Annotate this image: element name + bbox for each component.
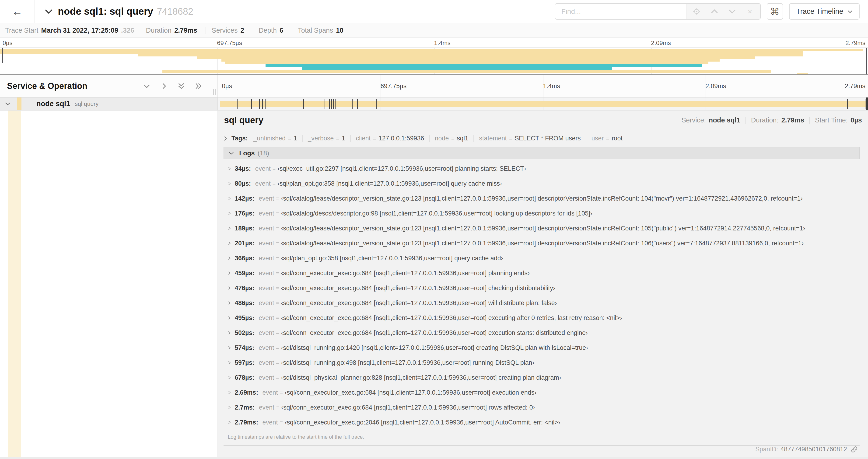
log-entry-row[interactable]: 176µs: event = ‹sql/catalog/descs/descri… <box>223 206 860 221</box>
log-equals: = <box>276 315 279 321</box>
log-field-key: event <box>255 165 271 172</box>
expand-all-double-icon[interactable] <box>195 82 203 90</box>
horizontal-scrollbar[interactable] <box>0 457 868 459</box>
log-entry-row[interactable]: 34µs: event = ‹sql/exec_util.go:2297 [ns… <box>223 161 860 176</box>
collapse-all-double-icon[interactable] <box>177 82 185 90</box>
locate-icon[interactable] <box>692 7 701 15</box>
log-entry-row[interactable]: 459µs: event = ‹sql/conn_executor_exec.g… <box>223 266 860 281</box>
log-entry-row[interactable]: 201µs: event = ‹sql/catalog/lease/descri… <box>223 236 860 251</box>
summary-separator <box>206 27 206 34</box>
collapse-all-icon[interactable] <box>143 82 151 90</box>
log-expand-chevron-icon[interactable] <box>228 300 231 305</box>
log-expand-chevron-icon[interactable] <box>228 196 231 201</box>
log-expand-chevron-icon[interactable] <box>228 256 231 261</box>
span-log-tick <box>847 99 848 109</box>
summary-item: Duration 2.79ms <box>146 27 200 34</box>
span-row-bar-cell[interactable] <box>218 97 868 110</box>
minimap-axis-tick: 2.79ms <box>846 39 865 47</box>
log-entry-row[interactable]: 189µs: event = ‹sql/catalog/lease/descri… <box>223 221 860 236</box>
log-expand-chevron-icon[interactable] <box>228 211 231 216</box>
log-expand-chevron-icon[interactable] <box>228 315 231 321</box>
collapse-trace-chevron-icon[interactable] <box>45 9 53 14</box>
expand-collapse-controls <box>143 82 203 90</box>
log-entry-row[interactable]: 597µs: event = ‹sql/distsql_running.go:4… <box>223 355 860 370</box>
log-expand-chevron-icon[interactable] <box>228 420 231 425</box>
vertical-scrollbar-thumb[interactable] <box>866 97 868 110</box>
tag-key: _verbose <box>308 135 334 142</box>
log-field-value: ‹sql/conn_executor_exec.go:684 [nsql1,cl… <box>281 270 530 277</box>
find-input[interactable] <box>555 4 686 19</box>
log-field-value: ‹sql/conn_executor_exec.go:684 [nsql1,cl… <box>281 404 535 411</box>
log-entry-row[interactable]: 486µs: event = ‹sql/conn_executor_exec.g… <box>223 296 860 310</box>
log-equals: = <box>273 181 276 187</box>
tag-value: 1 <box>293 135 297 142</box>
column-resize-handle[interactable] <box>213 89 216 95</box>
minimap-canvas[interactable] <box>0 47 868 75</box>
log-expand-chevron-icon[interactable] <box>228 226 231 231</box>
prev-match-icon[interactable] <box>710 7 719 15</box>
detail-duration-label: Duration: <box>751 117 779 124</box>
log-entry-row[interactable]: 2.7ms: event = ‹sql/conn_executor_exec.g… <box>223 400 860 415</box>
log-entry-row[interactable]: 574µs: event = ‹sql/distsql_running.go:1… <box>223 340 860 355</box>
back-button[interactable]: ← <box>0 0 35 23</box>
log-entry-row[interactable]: 80µs: event = ‹sql/plan_opt.go:358 [nsql… <box>223 176 860 191</box>
log-timestamp: 597µs: <box>235 359 254 366</box>
tags-row[interactable]: Tags: _unfinished = 1 _verbose = <box>218 130 868 146</box>
span-duration-bar[interactable] <box>220 101 867 107</box>
log-expand-chevron-icon[interactable] <box>228 375 231 380</box>
log-expand-chevron-icon[interactable] <box>228 270 231 276</box>
timeline-axis-tick: 1.4ms <box>543 83 560 90</box>
log-entry-row[interactable]: 366µs: event = ‹sql/plan_opt.go:358 [nsq… <box>223 251 860 266</box>
log-expand-chevron-icon[interactable] <box>228 330 231 335</box>
trace-view-selector[interactable]: Trace Timeline <box>789 3 860 20</box>
log-entry-row[interactable]: 495µs: event = ‹sql/conn_executor_exec.g… <box>223 310 860 325</box>
span-row-node-sql1[interactable]: node sql1 sql query <box>0 97 868 110</box>
log-expand-chevron-icon[interactable] <box>228 241 231 246</box>
log-field-key: event <box>259 195 274 202</box>
expand-one-icon[interactable] <box>160 82 168 90</box>
trace-timeline-page: ← node sql1: sql query 7418682 <box>0 0 868 459</box>
next-match-icon[interactable] <box>728 7 736 15</box>
log-expand-chevron-icon[interactable] <box>228 286 231 291</box>
span-id-label: SpanID: <box>755 446 778 453</box>
clear-find-icon[interactable]: × <box>746 7 754 15</box>
log-expand-chevron-icon[interactable] <box>228 360 231 365</box>
log-entry-row[interactable]: 2.69ms: event = ‹sql/conn_executor_exec.… <box>223 385 860 400</box>
minimap-scrubber-left-handle[interactable] <box>2 48 3 63</box>
span-tree-column <box>0 110 218 459</box>
span-log-tick <box>259 99 260 109</box>
minimap-span-bar <box>302 67 612 70</box>
span-detail-meta: Service: node sql1 Duration: 2.79ms Star… <box>682 117 862 124</box>
logs-header[interactable]: Logs (18) <box>223 147 860 159</box>
minimap-scrubber-right-handle[interactable] <box>866 48 867 74</box>
log-field-key: event <box>255 180 271 187</box>
deep-link-icon[interactable] <box>851 446 858 453</box>
log-expand-chevron-icon[interactable] <box>228 181 231 186</box>
log-entry-row[interactable]: 2.79ms: event = ‹sql/conn_executor_exec.… <box>223 415 860 430</box>
log-expand-chevron-icon[interactable] <box>228 390 231 395</box>
log-expand-chevron-icon[interactable] <box>228 166 231 171</box>
log-expand-chevron-icon[interactable] <box>228 345 231 350</box>
log-entry-row[interactable]: 502µs: event = ‹sql/conn_executor_exec.g… <box>223 325 860 340</box>
keyboard-shortcuts-button[interactable]: ⌘ <box>767 3 783 20</box>
log-field-key: event <box>259 240 274 247</box>
log-field-key: event <box>262 419 278 426</box>
log-equals: = <box>280 390 283 396</box>
span-collapse-chevron-icon[interactable] <box>5 102 11 106</box>
tag-item: node = sql1 <box>435 135 468 142</box>
log-entry-row[interactable]: 476µs: event = ‹sql/conn_executor_exec.g… <box>223 281 860 296</box>
log-timestamp: 574µs: <box>235 344 254 352</box>
logs-collapse-chevron-icon[interactable] <box>228 151 234 155</box>
log-entry-row[interactable]: 678µs: event = ‹sql/distsql_physical_pla… <box>223 370 860 385</box>
summary-item: Total Spans 10 <box>298 27 346 34</box>
service-operation-header: Service & Operation <box>0 75 218 97</box>
log-entry-row[interactable]: 142µs: event = ‹sql/catalog/lease/descri… <box>223 191 860 206</box>
summary-label: Services <box>212 27 238 34</box>
log-field-value: ‹sql/plan_opt.go:358 [nsql1,client=127.0… <box>281 255 503 262</box>
log-expand-chevron-icon[interactable] <box>228 405 231 410</box>
log-field-value: ‹sql/conn_executor_exec.go:2046 [nsql1,c… <box>285 419 560 426</box>
span-color-stripe <box>17 97 22 110</box>
span-row-name-cell[interactable]: node sql1 sql query <box>0 97 218 110</box>
tags-expand-chevron-icon[interactable] <box>223 136 227 141</box>
tag-equals: = <box>288 135 291 142</box>
